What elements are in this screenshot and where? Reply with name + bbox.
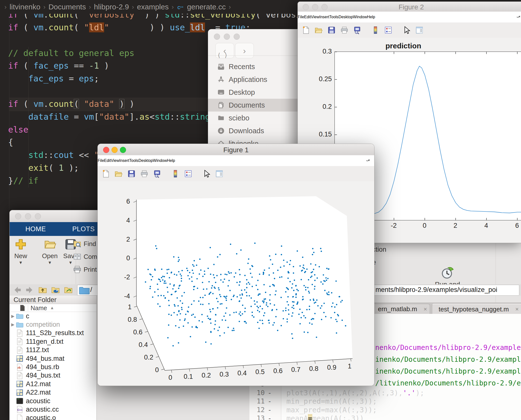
- sort-ascending-icon[interactable]: ▲: [50, 305, 54, 310]
- menu-window[interactable]: Window: [153, 158, 167, 163]
- forward-button[interactable]: ›: [235, 43, 254, 58]
- close-button[interactable]: [214, 34, 220, 40]
- fig-colorbar-icon[interactable]: [171, 169, 180, 178]
- close-button[interactable]: [15, 213, 21, 219]
- menu-edit[interactable]: Edit: [104, 158, 111, 163]
- fig-save-icon[interactable]: [127, 169, 136, 178]
- close-icon[interactable]: ×: [515, 306, 519, 313]
- fig-print-icon[interactable]: [340, 25, 349, 35]
- back-icon[interactable]: [12, 285, 22, 295]
- figure1-title-bar[interactable]: Figure 1: [98, 144, 374, 155]
- fig-new-icon[interactable]: [301, 25, 311, 35]
- code-line[interactable]: fac_eps = eps;: [8, 72, 99, 85]
- zoom-button[interactable]: [35, 213, 41, 219]
- dock-figure-icon[interactable]: [516, 14, 521, 20]
- breakpoint-dash[interactable]: -: [268, 398, 272, 404]
- code-line[interactable]: if ( fac_eps == -1 ): [8, 59, 109, 72]
- file-row[interactable]: 494_bus.txt: [10, 371, 96, 380]
- name-column-header[interactable]: Name ▲: [10, 304, 96, 312]
- file-row[interactable]: ▶c: [10, 312, 96, 320]
- breadcrumb-item[interactable]: litvinenko: [10, 3, 40, 11]
- file-row[interactable]: 494_bus.mat: [10, 354, 96, 363]
- open-button[interactable]: Open▼: [39, 238, 60, 265]
- file-row[interactable]: acoustic: [10, 397, 96, 405]
- dock-figure-icon[interactable]: [365, 157, 371, 164]
- chevron-down-icon[interactable]: ▼: [60, 260, 81, 265]
- code-line[interactable]: exit( 1 );: [8, 162, 79, 174]
- sidebar-item-downloads[interactable]: Downloads: [208, 124, 302, 137]
- menu-desktop[interactable]: Desktop: [138, 158, 153, 163]
- matlab-code-line[interactable]: max_pred=max(A(:,3));: [286, 406, 377, 414]
- cloud-folder-icon[interactable]: [50, 285, 61, 295]
- chevron-down-icon[interactable]: ▼: [10, 260, 31, 265]
- code-line[interactable]: datafile = vm["data"].as<std::string>();: [8, 111, 230, 123]
- code-line[interactable]: }// if: [8, 174, 38, 187]
- fig-arrow-icon[interactable]: [402, 25, 411, 35]
- menu-file[interactable]: File: [98, 158, 104, 163]
- menu-insert[interactable]: Insert: [319, 15, 329, 19]
- sidebar-item-applications[interactable]: Applications: [208, 73, 302, 86]
- breadcrumb-item[interactable]: examples: [137, 3, 168, 11]
- breadcrumb-item[interactable]: hlibpro-2.9: [94, 3, 129, 11]
- current-folder-header[interactable]: Current Folder: [10, 296, 96, 304]
- breadcrumb[interactable]: ›litvinenko›Documents›hlibpro-2.9›exampl…: [0, 0, 300, 14]
- editor-tab[interactable]: test_hypotesa_nugget.m×: [432, 304, 521, 314]
- breakpoint-dash[interactable]: -: [268, 406, 272, 413]
- sidebar-item-recents[interactable]: Recents: [208, 60, 302, 73]
- matlab-code-line[interactable]: min_pred=min(A(:,3));: [286, 398, 377, 405]
- matlab-code-line[interactable]: plot3(A(:,1),A(:,2),A(:,3),'.');: [286, 389, 424, 397]
- tab-plots[interactable]: PLOTS: [72, 222, 95, 236]
- comp-button[interactable]: Comp: [73, 252, 101, 261]
- sidebar-item-documents[interactable]: Documents: [208, 99, 302, 112]
- menu-window[interactable]: Window: [353, 15, 367, 19]
- fig-arrow-icon[interactable]: [202, 169, 211, 178]
- breakpoint-dash[interactable]: -: [268, 415, 272, 420]
- breadcrumb-item[interactable]: Documents: [48, 3, 86, 11]
- sidebar-item-desktop[interactable]: Desktop: [208, 86, 302, 99]
- minimize-button[interactable]: [25, 213, 31, 219]
- fig-preview-icon[interactable]: [152, 169, 162, 178]
- fig-print-icon[interactable]: [140, 169, 149, 178]
- browse-folder-icon[interactable]: [63, 285, 74, 295]
- fig-open-icon[interactable]: [314, 25, 323, 35]
- code-line[interactable]: else: [8, 123, 28, 136]
- fig-preview-icon[interactable]: [353, 25, 362, 35]
- fig-legend-icon[interactable]: [184, 169, 193, 178]
- chevron-down-icon[interactable]: ▼: [39, 260, 60, 265]
- sidebar-item-sciebo[interactable]: sciebo: [208, 112, 302, 124]
- find-button[interactable]: Find: [73, 239, 96, 248]
- fig-colorbar-icon[interactable]: [371, 25, 380, 35]
- file-row[interactable]: 111Z.txt: [10, 346, 96, 354]
- up-folder-icon[interactable]: [37, 285, 48, 295]
- breakpoint-dash[interactable]: -: [268, 389, 272, 396]
- fig-panel-icon[interactable]: [415, 25, 424, 35]
- print-button[interactable]: Print: [73, 265, 97, 274]
- menu-view[interactable]: View: [311, 15, 319, 19]
- zoom-button[interactable]: [234, 34, 240, 40]
- code-line[interactable]: if ( vm.count( "data" ) ): [8, 98, 134, 111]
- menu-help[interactable]: Help: [367, 15, 375, 19]
- scatter3d-plot[interactable]: 6420-2-410.80.60.40.2000.10.20.30.40.50.…: [98, 181, 374, 386]
- fig-legend-icon[interactable]: [384, 25, 393, 35]
- fig-save-icon[interactable]: [327, 25, 336, 35]
- code-line[interactable]: {: [8, 136, 13, 149]
- tab-home[interactable]: HOME: [25, 222, 46, 236]
- figure2-title-bar[interactable]: Figure 2: [298, 2, 521, 12]
- file-row[interactable]: C++acoustic.cc: [10, 405, 96, 414]
- file-row[interactable]: 111gen_d.txt: [10, 337, 96, 346]
- menu-desktop[interactable]: Desktop: [338, 15, 353, 19]
- menu-tools[interactable]: Tools: [129, 158, 138, 163]
- new-button[interactable]: New▼: [10, 238, 31, 265]
- file-row[interactable]: ▶competition: [10, 320, 96, 329]
- menu-help[interactable]: Help: [167, 158, 175, 163]
- breadcrumb-item[interactable]: generate.cc: [187, 3, 226, 11]
- file-row[interactable]: 111_S2b_results.txt: [10, 329, 96, 337]
- matlab-code-line[interactable]: meanA=mean(A(:,3)): [286, 415, 364, 420]
- forward-icon[interactable]: [24, 285, 35, 295]
- expand-triangle-icon[interactable]: ▶: [10, 314, 16, 319]
- fig-panel-icon[interactable]: [215, 169, 224, 178]
- menu-edit[interactable]: Edit: [304, 15, 311, 19]
- file-row[interactable]: A12.mat: [10, 380, 96, 388]
- menu-file[interactable]: File: [298, 15, 304, 19]
- menu-tools[interactable]: Tools: [329, 15, 338, 19]
